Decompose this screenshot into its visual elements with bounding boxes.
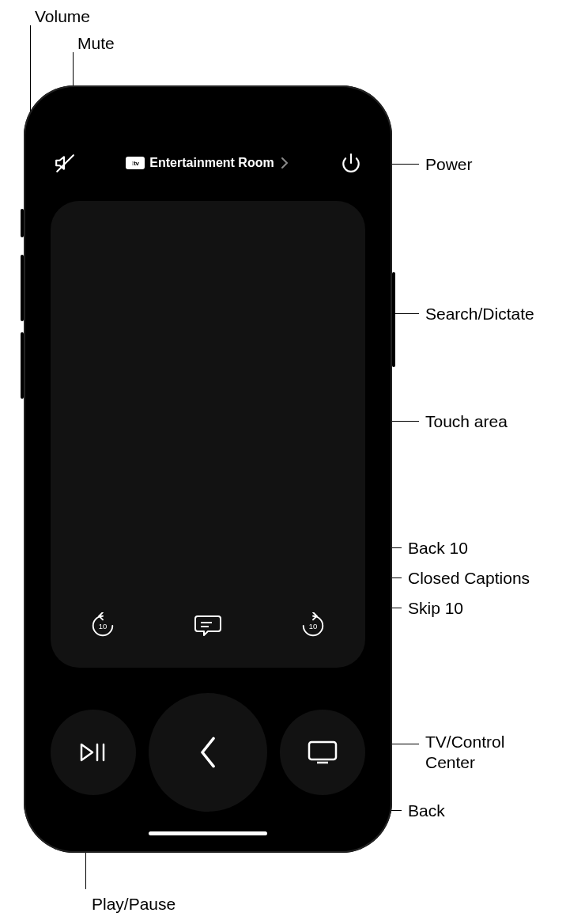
screen: tv Entertainment Room — [32, 93, 384, 845]
svg-rect-9 — [309, 742, 336, 759]
callout-skip-10: Skip 10 — [408, 598, 463, 619]
callout-play-pause: Play/Pause — [92, 894, 176, 915]
side-button-hardware[interactable] — [392, 272, 395, 367]
back-button[interactable] — [149, 693, 267, 812]
chevron-right-icon — [281, 157, 289, 169]
bottom-button-row — [51, 693, 365, 812]
skip-10-icon: 10 — [300, 612, 326, 639]
callout-touch-area: Touch area — [425, 411, 508, 432]
callout-power: Power — [425, 154, 473, 175]
tv-icon — [308, 740, 338, 764]
svg-line-0 — [57, 155, 74, 172]
closed-captions-icon — [194, 614, 221, 638]
touch-area[interactable]: 10 — [51, 201, 365, 668]
home-indicator[interactable] — [149, 831, 267, 835]
play-pause-button[interactable] — [51, 710, 136, 795]
tv-control-center-button[interactable] — [280, 710, 365, 795]
top-bar: tv Entertainment Room — [49, 146, 367, 180]
svg-marker-6 — [81, 744, 92, 760]
back-10-button[interactable]: 10 — [81, 604, 125, 648]
chevron-left-icon — [198, 737, 218, 768]
device-name-label: Entertainment Room — [149, 156, 274, 170]
skip-10-button[interactable]: 10 — [291, 604, 335, 648]
callout-mute: Mute — [77, 33, 115, 54]
phone-frame: tv Entertainment Room — [24, 85, 392, 853]
callout-volume: Volume — [35, 6, 90, 27]
callout-tv-control-center: TV/ControlCenter — [425, 732, 552, 774]
touch-area-bottom-row: 10 — [51, 598, 365, 653]
callout-search-dictate: Search/Dictate — [425, 304, 534, 324]
device-selector[interactable]: tv Entertainment Room — [123, 150, 292, 176]
callout-back-10: Back 10 — [408, 538, 468, 559]
callout-closed-captions: Closed Captions — [408, 568, 530, 589]
svg-text:10: 10 — [308, 622, 317, 631]
closed-captions-button[interactable] — [186, 604, 230, 648]
back-10-icon: 10 — [89, 612, 116, 639]
mute-button[interactable] — [49, 147, 81, 179]
mute-icon — [55, 153, 75, 173]
appletv-badge: tv — [126, 157, 145, 169]
callout-back: Back — [408, 801, 445, 821]
svg-text:10: 10 — [99, 622, 108, 631]
power-button[interactable] — [335, 147, 367, 179]
play-pause-icon — [80, 741, 107, 763]
power-icon — [341, 153, 361, 173]
